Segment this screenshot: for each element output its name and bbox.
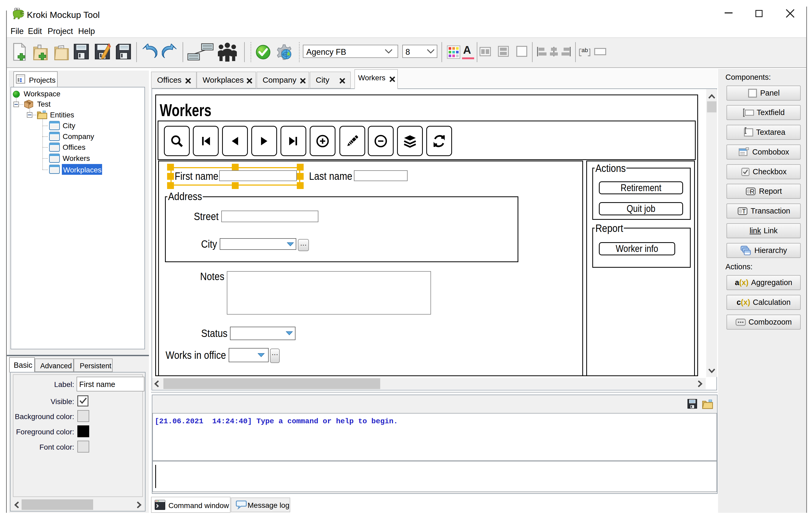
- svg-text:ab: ab: [581, 47, 588, 53]
- svg-text:T: T: [742, 208, 746, 215]
- svg-text:R: R: [750, 188, 754, 195]
